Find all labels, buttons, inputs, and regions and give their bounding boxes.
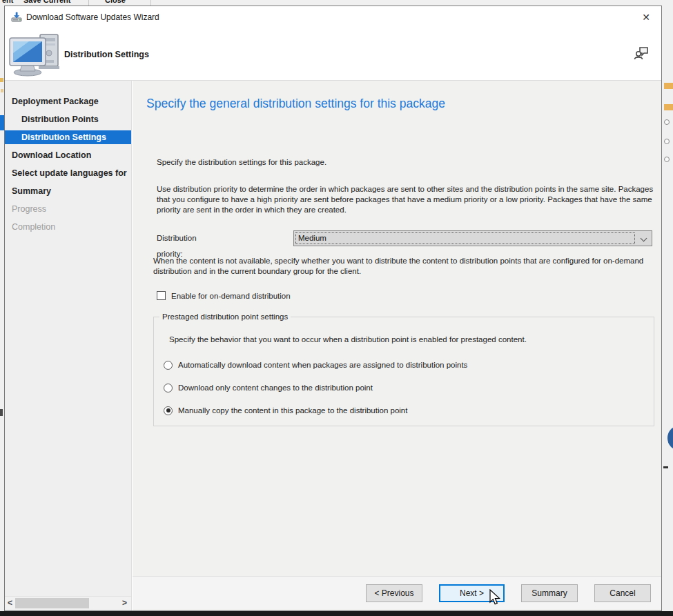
title-bar[interactable]: Download Software Updates Wizard ✕ [5,6,661,28]
radio-option-label: Download only content changes to the dis… [178,384,373,392]
close-icon[interactable]: ✕ [639,10,653,24]
background-ribbon-strip: ent Save Current Close [0,0,673,6]
wizard-page-title: Distribution Settings [64,50,149,59]
prestaged-options: Automatically download content when pack… [164,360,647,428]
focus-rect [295,232,635,244]
scroll-left-icon[interactable]: < [5,597,15,609]
button-bar: < Previous Next > Summary Cancel [133,576,661,609]
ribbon-divider [88,0,89,6]
wizard-steps: Deployment PackageDistribution PointsDis… [5,92,131,236]
radio-selected-icon[interactable] [164,406,173,415]
sidebar-item-distribution-points[interactable]: Distribution Points [5,110,131,128]
background-status-icon [664,119,670,125]
download-updates-icon [11,12,22,23]
background-right-sliver [663,6,673,611]
wizard-window: Download Software Updates Wizard ✕ Distr… [4,6,662,611]
background-status-mark [664,104,673,110]
window-title: Download Software Updates Wizard [26,12,159,22]
distribution-priority-dropdown[interactable]: Medium [293,230,652,246]
radio-option-label: Automatically download content when pack… [178,361,467,369]
radio-icon[interactable] [164,384,173,393]
background-mark [663,466,668,468]
wizard-sidebar: Deployment PackageDistribution PointsDis… [5,81,132,610]
sidebar-item-completion[interactable]: Completion [5,218,131,236]
radio-icon[interactable] [164,361,173,370]
sidebar-item-download-location[interactable]: Download Location [5,146,131,164]
background-taskbar-strip [0,611,673,616]
background-mark [0,409,3,416]
summary-button[interactable]: Summary [521,584,578,602]
ondemand-description: When the content is not available, speci… [153,256,656,277]
radio-option-label: Manually copy the content in this packag… [178,406,407,415]
background-mark [1,89,3,92]
groupbox-description: Specify the behavior that you want to oc… [169,335,527,344]
ribbon-save-current: Save Current [23,0,70,4]
radio-option-row[interactable]: Download only content changes to the dis… [164,383,647,393]
ribbon-divider [150,0,151,6]
ondemand-checkbox-label: Enable for on-demand distribution [171,292,291,300]
feedback-icon[interactable] [633,44,650,61]
mouse-cursor [487,589,503,606]
chevron-down-icon[interactable] [641,236,647,241]
sidebar-item-progress[interactable]: Progress [5,200,131,218]
ribbon-close: Close [105,0,126,4]
sidebar-item-summary[interactable]: Summary [5,182,131,200]
sidebar-item-deployment-package[interactable]: Deployment Package [5,92,131,110]
background-mark [0,78,3,82]
wizard-content: Specify the general distribution setting… [133,81,661,610]
radio-option-row[interactable]: Automatically download content when pack… [164,360,647,370]
sidebar-horizontal-scrollbar[interactable]: < > [5,596,131,609]
priority-description: Use distribution priority to determine t… [157,184,656,215]
ribbon-fragment: ent [2,0,14,4]
background-status-mark [664,83,673,89]
intro-text: Specify the distribution settings for th… [157,158,326,166]
page-heading: Specify the general distribution setting… [146,97,445,111]
wizard-body: Deployment PackageDistribution PointsDis… [5,81,661,610]
cancel-button[interactable]: Cancel [594,584,651,602]
scroll-right-icon[interactable]: > [119,597,130,609]
background-status-icon [664,157,670,162]
scrollbar-thumb[interactable] [15,598,89,608]
sidebar-item-select-update-languages-for[interactable]: Select update languages for [5,164,131,182]
background-blue-badge [667,426,673,450]
screen: { "ribbon": { "fragment_left": "ent", "s… [0,0,673,616]
ondemand-checkbox-row[interactable]: Enable for on-demand distribution [157,291,291,300]
previous-button[interactable]: < Previous [366,584,422,602]
groupbox-title: Prestaged distribution point settings [159,312,291,321]
sidebar-item-distribution-settings[interactable]: Distribution Settings [5,130,131,144]
background-status-icon [664,139,670,144]
checkbox-icon[interactable] [157,291,166,300]
computer-icon [8,32,64,77]
prestaged-groupbox: Prestaged distribution point settings Sp… [153,317,654,426]
radio-option-row[interactable]: Manually copy the content in this packag… [164,406,647,415]
wizard-header: Distribution Settings [5,28,661,81]
dropdown-selected-value: Medium [298,231,326,246]
